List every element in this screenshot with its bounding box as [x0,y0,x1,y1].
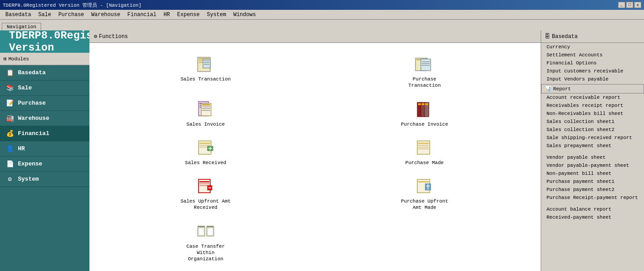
right-account-balance[interactable]: Account balance report [541,205,644,213]
right-input-vendors[interactable]: Input Vendors payable [541,75,644,83]
sidebar-basedata-label: Basedata [18,69,46,76]
right-financial-options[interactable]: Financial Options [541,59,644,67]
right-vendor-payable-payment[interactable]: Vendor payable-payment sheet [541,161,644,169]
purchase-upfront-label: Purchase Upfront Amt Made [401,198,448,211]
sidebar-item-basedata[interactable]: 📋 Basedata [0,65,89,80]
right-vendor-payable[interactable]: Vendor payable sheet [541,153,644,161]
title-bar: TDERP8.0Registered Version 管理员 - [Naviga… [0,0,644,10]
modules-header: ⊞ Modules [0,53,89,65]
purchase-transaction-icon [414,55,435,73]
sales-upfront-label: Sales Upfront Amt Received [181,198,231,211]
purchase-invoice-icon [414,101,435,119]
menu-sale[interactable]: Sale [35,11,55,19]
sidebar-item-hr[interactable]: 👤 HR [0,141,89,157]
main-layout: TDERP8.0Registered Version 🔒 Lock 🚪 Logo… [0,30,644,271]
svg-rect-53 [199,228,204,235]
menu-purchase[interactable]: Purchase [55,11,88,19]
svg-rect-10 [421,59,431,71]
expense-icon: 📄 [5,160,14,168]
sidebar-item-expense[interactable]: 📄 Expense [0,157,89,172]
minimize-button[interactable]: _ [618,2,625,8]
right-sale-shipping[interactable]: Sale shipping-received report [541,134,644,142]
financial-icon: 💰 [5,130,14,137]
right-divider-2 [541,202,644,205]
report-icon: 📊 [545,86,551,92]
menu-basedata[interactable]: Basedata [2,11,35,19]
right-purchase-payment-1[interactable]: Purchase payment sheet1 [541,178,644,186]
menu-expense[interactable]: Expense [174,11,203,19]
svg-rect-28 [425,103,428,105]
svg-rect-27 [422,103,424,105]
menu-financial[interactable]: Financial [124,11,160,19]
purchase-transaction-label: Purchase Transaction [408,76,441,89]
hr-icon: 👤 [5,145,14,152]
close-button[interactable]: ✕ [634,2,641,8]
sales-invoice-icon [195,101,216,119]
functions-icon: ⚙ [94,33,97,40]
report-label: Report [553,86,571,92]
sales-transaction-icon [195,55,216,73]
right-currency[interactable]: Currency [541,43,644,51]
menu-hr[interactable]: HR [160,11,174,19]
nav-tab-bar: Navigation [0,20,644,30]
right-settlement-accounts[interactable]: Settlement Accounts [541,51,644,59]
svg-rect-55 [208,228,213,235]
sidebar-expense-label: Expense [18,161,42,167]
sidebar-system-label: System [18,176,39,182]
sidebar-item-financial[interactable]: 💰 Financial [0,126,89,141]
function-sales-upfront[interactable]: Sales Upfront Amt Received [98,174,313,215]
right-basedata-header: 🗄 Basedata [541,30,644,43]
menu-windows[interactable]: Windows [230,11,259,19]
right-purchase-payment-2[interactable]: Purchase payment sheet2 [541,186,644,194]
sidebar-financial-label: Financial [18,130,49,137]
right-sales-prepayment[interactable]: Sales prepayment sheet [541,142,644,150]
menu-bar: Basedata Sale Purchase Warehouse Financi… [0,10,644,20]
function-purchase-invoice[interactable]: Purchase Invoice [318,97,532,131]
sidebar-item-purchase[interactable]: 📝 Purchase [0,96,89,111]
sales-transaction-label: Sales Transaction [181,76,231,82]
system-icon: ⚙️ [5,175,14,183]
warehouse-icon: 🏭 [5,114,14,122]
sidebar-purchase-label: Purchase [18,100,46,106]
function-sales-transaction[interactable]: Sales Transaction [98,52,313,93]
purchase-upfront-icon [414,178,435,195]
right-sales-collection-1[interactable]: Sales collection sheet1 [541,118,644,126]
svg-rect-26 [418,103,421,105]
menu-system[interactable]: System [203,11,229,19]
functions-header: ⚙ Functions [89,30,541,43]
function-purchase-made[interactable]: Purchase Made [318,136,532,169]
right-input-customers[interactable]: Input customers receivable [541,67,644,75]
sidebar-item-warehouse[interactable]: 🏭 Warehouse [0,111,89,126]
function-sales-invoice[interactable]: Sales Invoice [98,97,313,131]
sidebar-item-sale[interactable]: 📚 Sale [0,80,89,96]
sales-received-icon [195,139,216,157]
right-purchase-receipt-payment[interactable]: Purchase Receipt-payment report [541,194,644,202]
svg-rect-19 [202,104,210,106]
purchase-made-icon [414,139,435,157]
right-received-payment[interactable]: Received-payment sheet [541,213,644,221]
right-receivables-receipt[interactable]: Receivables receipt report [541,102,644,110]
basedata-panel-icon: 🗄 [545,33,550,40]
basedata-panel-label: Basedata [552,34,578,40]
right-divider-1 [541,150,644,153]
function-purchase-transaction[interactable]: Purchase Transaction [318,52,532,93]
svg-rect-30 [199,143,210,144]
window-title: TDERP8.0Registered Version 管理员 - [Naviga… [3,2,141,8]
right-non-receivables-bill[interactable]: Non-Receivables bill sheet [541,110,644,118]
purchase-made-label: Purchase Made [405,160,444,166]
sales-invoice-label: Sales Invoice [186,121,225,127]
sidebar-sale-label: Sale [18,85,32,91]
right-account-receivable-report[interactable]: Account receivable report [541,93,644,102]
maximize-button[interactable]: □ [626,2,633,8]
sales-upfront-icon [195,178,216,195]
function-purchase-upfront[interactable]: Purchase Upfront Amt Made [318,174,532,215]
menu-warehouse[interactable]: Warehouse [88,11,124,19]
functions-label: Functions [99,34,128,40]
app-header: TDERP8.0Registered Version 🔒 Lock 🚪 Logo… [0,30,89,53]
right-sales-collection-2[interactable]: Sales collection sheet2 [541,126,644,134]
window-controls: _ □ ✕ [618,2,641,8]
sidebar-item-system[interactable]: ⚙️ System [0,172,89,187]
right-non-payment-bill[interactable]: Non-payment bill sheet [541,169,644,178]
function-sales-received[interactable]: Sales Received [98,136,313,169]
function-case-transfer[interactable]: Case Transfer Within Organization [98,219,313,266]
